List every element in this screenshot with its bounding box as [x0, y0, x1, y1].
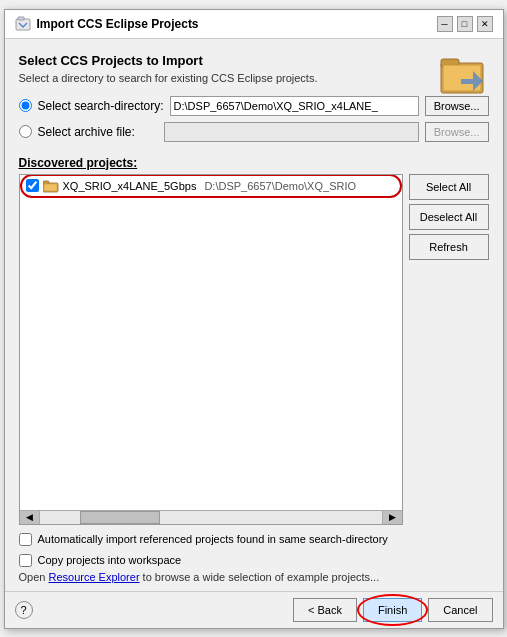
cancel-button[interactable]: Cancel [428, 598, 492, 622]
import-dialog: Import CCS Eclipse Projects ─ □ ✕ Select [4, 9, 504, 629]
projects-list-container: XQ_SRIO_x4LANE_5Gbps D:\DSP_6657\Demo\XQ… [19, 174, 403, 525]
deselect-all-button[interactable]: Deselect All [409, 204, 489, 230]
title-bar: Import CCS Eclipse Projects ─ □ ✕ [5, 10, 503, 39]
minimize-button[interactable]: ─ [437, 16, 453, 32]
section-desc: Select a directory to search for existin… [19, 72, 489, 84]
scroll-right-btn[interactable]: ▶ [382, 511, 402, 524]
radio-search-dir-label: Select search-directory: [38, 99, 164, 113]
project-item[interactable]: XQ_SRIO_x4LANE_5Gbps D:\DSP_6657\Demo\XQ… [22, 177, 400, 195]
project-path: D:\DSP_6657\Demo\XQ_SRIO [204, 180, 356, 192]
help-icon[interactable]: ? [15, 601, 33, 619]
project-checkbox[interactable] [26, 179, 39, 192]
svg-rect-6 [461, 79, 473, 84]
browse-archive-button[interactable]: Browse... [425, 122, 489, 142]
projects-area: XQ_SRIO_x4LANE_5Gbps D:\DSP_6657\Demo\XQ… [19, 174, 489, 525]
refresh-button[interactable]: Refresh [409, 234, 489, 260]
radio-search-dir[interactable] [19, 99, 32, 112]
window-controls: ─ □ ✕ [437, 16, 493, 32]
projects-list[interactable]: XQ_SRIO_x4LANE_5Gbps D:\DSP_6657\Demo\XQ… [20, 175, 402, 524]
open-resource-text: Open [19, 571, 49, 583]
project-folder-icon [43, 179, 59, 193]
search-dir-row: Select search-directory: Browse... [19, 96, 489, 116]
h-scrollbar[interactable]: ◀ ▶ [20, 510, 402, 524]
svg-rect-9 [44, 184, 57, 191]
auto-import-label: Automatically import referenced projects… [38, 533, 388, 545]
finish-btn-wrapper: Finish [363, 598, 422, 622]
open-resource-suffix: to browse a wide selection of example pr… [140, 571, 380, 583]
radio-archive[interactable] [19, 125, 32, 138]
close-button[interactable]: ✕ [477, 16, 493, 32]
scroll-thumb[interactable] [80, 511, 160, 524]
select-all-button[interactable]: Select All [409, 174, 489, 200]
top-section: Select CCS Projects to Import Select a d… [19, 53, 489, 148]
resource-explorer-link[interactable]: Resource Explorer [48, 571, 139, 583]
dialog-body: Select CCS Projects to Import Select a d… [5, 39, 503, 591]
copy-projects-label: Copy projects into workspace [38, 554, 182, 566]
dialog-title: Import CCS Eclipse Projects [37, 17, 199, 31]
finish-button[interactable]: Finish [363, 598, 422, 622]
side-buttons: Select All Deselect All Refresh [409, 174, 489, 525]
scrollbar-track [40, 511, 382, 524]
maximize-button[interactable]: □ [457, 16, 473, 32]
copy-projects-row: Copy projects into workspace [19, 554, 489, 567]
scroll-left-btn[interactable]: ◀ [20, 511, 40, 524]
footer-left: ? [15, 601, 33, 619]
open-resource-row: Open Resource Explorer to browse a wide … [19, 571, 489, 583]
footer-buttons: < Back Finish Cancel [293, 598, 493, 622]
dialog-footer: ? < Back Finish Cancel [5, 591, 503, 628]
copy-projects-checkbox[interactable] [19, 554, 32, 567]
dialog-icon [15, 16, 31, 32]
project-name: XQ_SRIO_x4LANE_5Gbps [63, 180, 197, 192]
discovered-label: Discovered projects: [19, 156, 489, 170]
archive-input[interactable] [164, 122, 419, 142]
auto-import-checkbox[interactable] [19, 533, 32, 546]
auto-import-row: Automatically import referenced projects… [19, 533, 489, 546]
archive-row: Select archive file: Browse... [19, 122, 489, 142]
back-button[interactable]: < Back [293, 598, 357, 622]
svg-rect-1 [18, 17, 24, 20]
browse-search-button[interactable]: Browse... [425, 96, 489, 116]
section-title: Select CCS Projects to Import [19, 53, 489, 68]
svg-rect-0 [16, 19, 30, 30]
search-dir-input[interactable] [170, 96, 419, 116]
folder-image [439, 53, 489, 97]
radio-archive-label: Select archive file: [38, 125, 158, 139]
